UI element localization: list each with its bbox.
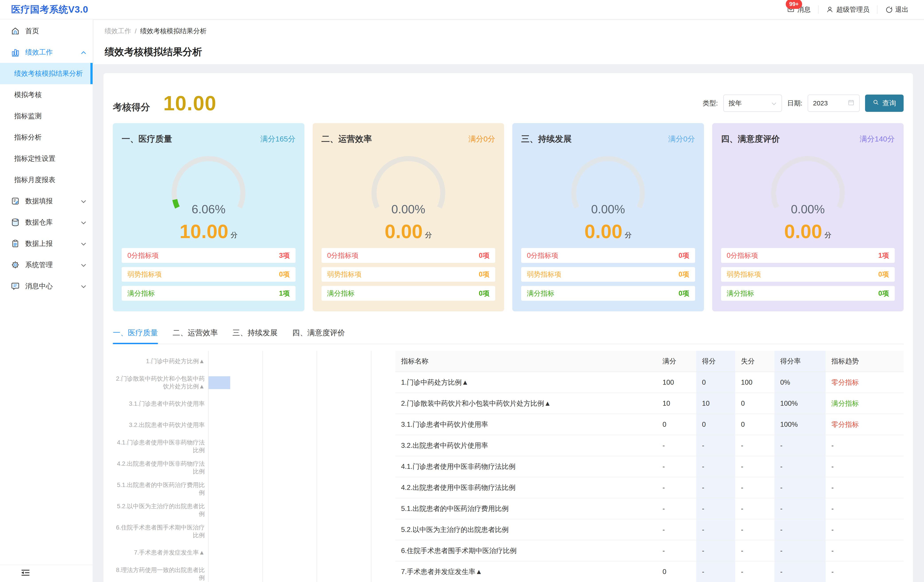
date-input-value: 2023 [813,99,828,107]
search-button-label: 查询 [882,99,896,108]
header-divider [877,5,878,14]
cell-full-score: - [657,540,696,561]
sidebar-subitem-simulation-result[interactable]: 绩效考核模拟结果分析 [0,63,92,84]
stat-label: 弱势指标项 [327,270,361,279]
sidebar-item-data-warehouse[interactable]: 数据仓库 [0,212,92,233]
stat-label: 0分指标项 [527,251,558,260]
sidebar-item-data-fill[interactable]: 数据填报 [0,191,92,212]
cell-trend: 零分指标 [826,414,904,435]
stat-unit: 项 [283,289,290,297]
cell-indicator-name: 7.手术患者并发症发生率▲ [395,561,657,582]
stat-value: 0 [678,252,682,259]
sidebar-item-performance[interactable]: 绩效工作 [0,42,92,63]
date-input[interactable]: 2023 [808,95,860,112]
breadcrumb-parent[interactable]: 绩效工作 [105,26,131,36]
cell-lost: - [735,540,774,561]
stat-full-indicators: 满分指标 0项 [322,286,495,301]
chevron-down-icon [81,282,86,290]
stat-label: 满分指标 [727,289,754,298]
sidebar-item-home[interactable]: 首页 [0,20,92,42]
cell-full-score: 100 [657,372,696,393]
sidebar-item-message-center[interactable]: 消息中心 [0,276,92,297]
sidebar-subitem-indicator-monitor[interactable]: 指标监测 [0,105,92,127]
stat-unit: 项 [882,270,889,278]
chart-category-label: 1.门诊中药处方比例▲ [113,357,205,365]
chart-plot-area [208,372,390,393]
card-title: 二、运营效率 [322,133,372,145]
chart-plot-area [208,500,390,521]
cell-lost: 0 [735,393,774,414]
cell-score: - [696,561,735,582]
calendar-icon [848,99,855,107]
chart-category-label: 5.1.出院患者的中医药治疗费用比例 [113,481,205,497]
sidebar-subitem-indicator-monthly[interactable]: 指标月度报表 [0,169,92,191]
user-menu[interactable]: 超级管理员 [826,5,870,14]
cell-lost: - [735,477,774,498]
sidebar-item-label: 系统管理 [25,260,81,270]
sidebar-item-label: 首页 [25,26,86,36]
cell-indicator-name: 3.2.出院患者中药饮片使用率 [395,435,657,456]
tab-divider [113,344,904,344]
chart-bar[interactable] [208,376,230,389]
column-header-rate: 得分率 [774,351,826,372]
stat-label: 弱势指标项 [527,270,561,279]
table-row[interactable]: 3.2.出院患者中药饮片使用率 - - - - - [395,435,904,456]
sidebar-subitem-indicator-qualitative[interactable]: 指标定性设置 [0,148,92,169]
sidebar-subitem-label: 指标月度报表 [14,175,55,184]
collapse-sidebar-icon [20,569,31,579]
cell-full-score: - [657,498,696,519]
stat-value: 0 [479,270,483,278]
search-button[interactable]: 查询 [865,95,904,112]
header-divider [818,5,818,14]
chevron-down-icon [771,99,777,107]
logout-button[interactable]: 退出 [885,5,909,14]
collapse-sidebar-button[interactable] [0,565,92,582]
sidebar-subitem-indicator-analysis[interactable]: 指标分析 [0,127,92,148]
stat-label: 满分指标 [327,289,355,298]
table-row[interactable]: 1.门诊中药处方比例▲ 100 0 100 0% 零分指标 [395,372,904,393]
stat-weak-indicators: 弱势指标项 0项 [122,267,295,282]
table-row[interactable]: 7.手术患者并发症发生率▲ 0 - - - - [395,561,904,582]
top-header: 医疗国考系统V3.0 消息 99+ 超级管理员 退出 [0,0,924,20]
table-row[interactable]: 5.1.出院患者的中医药治疗费用比例 - - - - - [395,498,904,519]
table-row[interactable]: 5.2.以中医为主治疗的出院患者比例 - - - - - [395,519,904,540]
card-title: 四、满意度评价 [721,133,780,145]
table-row[interactable]: 2.门诊散装中药饮片和小包装中药饮片处方比例▲ 10 10 0 100% 满分指… [395,393,904,414]
gauge-medical-quality: 6.06% [122,150,295,219]
breadcrumb-separator: / [135,28,137,35]
chat-icon [11,281,20,291]
cell-score: - [696,456,735,477]
tab-medical-quality[interactable]: 一、医疗质量 [113,328,158,344]
tab-satisfaction[interactable]: 四、满意度评价 [292,328,345,344]
sidebar-item-data-report[interactable]: 数据上报 [0,233,92,254]
type-select[interactable]: 按年 [723,95,782,112]
gauge-percent: 0.00% [322,202,495,216]
card-max-score: 满分0分 [668,134,695,144]
card-max-score: 满分140分 [860,134,895,144]
tab-operation-efficiency[interactable]: 二、运营效率 [173,328,218,344]
sidebar-subitem-mock-exam[interactable]: 模拟考核 [0,84,92,105]
cell-indicator-name: 4.2.出院患者使用中医非药物疗法比例 [395,477,657,498]
sidebar-item-system-mgmt[interactable]: 系统管理 [0,254,92,276]
stat-unit: 项 [683,252,689,259]
stat-value: 0 [279,270,283,278]
gauge-satisfaction: 0.00% [721,150,895,219]
stat-zero-indicators: 0分指标项 0项 [521,248,695,263]
table-row[interactable]: 4.2.出院患者使用中医非药物疗法比例 - - - - - [395,477,904,498]
cell-indicator-name: 2.门诊散装中药饮片和小包装中药饮片处方比例▲ [395,393,657,414]
table-row[interactable]: 4.1.门诊患者使用中医非药物疗法比例 - - - - - [395,456,904,477]
tab-sustainable-development[interactable]: 三、持续发展 [233,328,278,344]
stat-label: 满分指标 [127,289,155,298]
cell-full-score: - [657,435,696,456]
messages-button[interactable]: 消息 99+ [787,5,810,14]
table-row[interactable]: 6.住院手术患者围手术期中医治疗比例 - - - - - [395,540,904,561]
card-sustainable-development: 三、持续发展 满分0分 0.00% 0.00 分 0分指标项 0项 [512,123,704,311]
card-satisfaction: 四、满意度评价 满分140分 0.00% 0.00 分 0分指标项 1项 [712,123,904,311]
cell-full-score: - [657,477,696,498]
stat-unit: 项 [283,270,290,278]
cell-lost: - [735,561,774,582]
chart-plot-area [208,457,390,478]
table-row[interactable]: 3.1.门诊患者中药饮片使用率 0 0 0 100% 零分指标 [395,414,904,435]
cell-trend: - [826,519,904,540]
stat-weak-indicators: 弱势指标项 0项 [721,267,895,282]
